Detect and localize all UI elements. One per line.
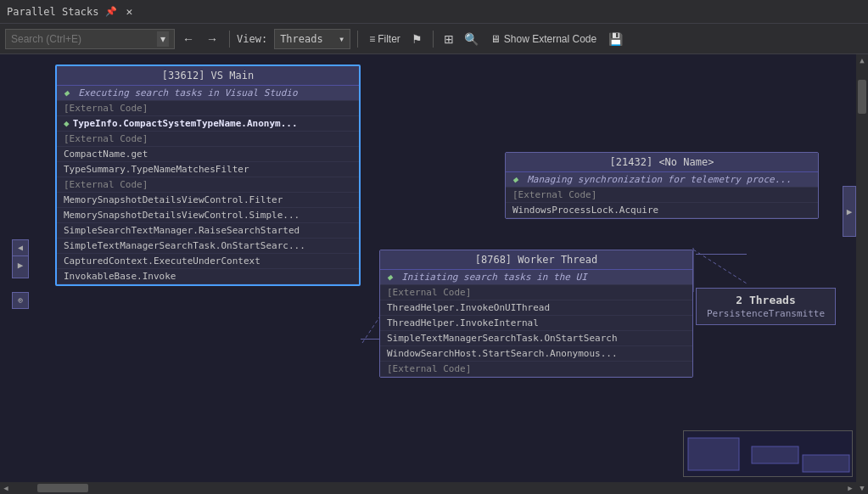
- stack-row: WindowsProcessLock.Acquire: [506, 203, 818, 218]
- stack-row: SimpleTextManagerSearchTask.OnStartSearc…: [380, 331, 692, 346]
- stack-row: TypeSummary.TypeNameMatchesFilter: [57, 162, 359, 177]
- stack-row: SimpleTextManagerSearchTask.OnStartSearc…: [57, 239, 359, 254]
- flag-button[interactable]: ⚑: [408, 30, 426, 48]
- zoom-button[interactable]: 🔍: [461, 30, 482, 48]
- stack-row: [External Code]: [380, 362, 692, 377]
- scroll-left-button[interactable]: ◀: [0, 482, 12, 494]
- scroll-thumb-v[interactable]: [858, 80, 866, 114]
- show-external-button[interactable]: 🖥 Show External Code: [485, 31, 602, 48]
- stack-row: [External Code]: [380, 285, 692, 300]
- connector-line2: [696, 254, 747, 255]
- title-bar: Parallel Stacks 📌 ✕: [0, 0, 868, 24]
- stack-row: MemorySnapshotDetailsViewControl.Filter: [57, 193, 359, 208]
- save-button[interactable]: 💾: [605, 30, 626, 48]
- row-text3: Initiating search tasks in the UI: [401, 272, 587, 283]
- forward-button[interactable]: →: [202, 30, 222, 48]
- stack-row: InvokableBase.Invoke: [57, 269, 359, 284]
- stack-row: CompactName.get: [57, 147, 359, 162]
- stack-row: [External Code]: [57, 177, 359, 193]
- back-button[interactable]: ←: [178, 30, 199, 48]
- mini-map[interactable]: [683, 430, 853, 477]
- stack-row: ◆ Executing search tasks in Visual Studi…: [57, 86, 359, 101]
- stack-row: ThreadHelper.InvokeOnUIThread: [380, 300, 692, 316]
- stack-row: [External Code]: [506, 188, 818, 203]
- stack-row: ◆ Initiating search tasks in the UI: [380, 270, 692, 285]
- search-button[interactable]: ▾: [157, 31, 169, 47]
- title-bar-text: Parallel Stacks: [7, 6, 98, 18]
- filter-icon: ≡: [369, 33, 375, 45]
- view-label: View:: [237, 33, 267, 45]
- canvas-area: ▶ ◀ ⊕ [33612] VS Main ◆ Executing search…: [0, 54, 868, 494]
- pin-icon[interactable]: 📌: [105, 6, 117, 17]
- stack-row: [External Code]: [57, 101, 359, 116]
- monitor-icon: 🖥: [490, 33, 501, 45]
- collapse-left-button2[interactable]: ⊕: [12, 292, 29, 309]
- svg-line-1: [693, 250, 747, 283]
- toolbar: ▾ ← → View: Threads ▾ ≡ Filter ⚑ ⊞ 🔍 🖥 S…: [0, 24, 868, 54]
- search-input[interactable]: [11, 33, 157, 45]
- close-button[interactable]: ✕: [126, 5, 132, 18]
- stack-row: ThreadHelper.InvokeInternal: [380, 316, 692, 331]
- svg-rect-5: [803, 455, 849, 472]
- current-arrow-icon: ◆: [64, 87, 70, 98]
- scroll-right-button[interactable]: ▶: [844, 482, 856, 494]
- separator1: [229, 31, 230, 48]
- card-header-worker: [8768] Worker Thread: [380, 250, 692, 270]
- connector-line1: [361, 339, 379, 340]
- separator3: [433, 31, 434, 48]
- scroll-thumb-h[interactable]: [37, 484, 88, 492]
- dropdown-arrow-icon: ▾: [339, 33, 344, 45]
- collapse-left-button[interactable]: ◀: [12, 239, 29, 256]
- stack-row: ◆TypeInfo.CompactSystemTypeName.Anonym..…: [57, 116, 359, 132]
- expand-right-button[interactable]: ▶: [843, 186, 856, 237]
- threads-count: 2 Threads: [707, 294, 825, 306]
- mini-map-svg: [684, 431, 854, 478]
- row-text: Executing search tasks in Visual Studio: [78, 87, 297, 98]
- threads-badge: 2 Threads PersistenceTransmitte: [696, 288, 836, 325]
- row-text2: Managing synchronization for telemetry p…: [527, 174, 791, 185]
- expand-left-button[interactable]: ▶: [12, 253, 29, 278]
- mini-map-content: [684, 431, 852, 476]
- scroll-up-button[interactable]: ▲: [856, 54, 868, 66]
- separator2: [357, 31, 358, 48]
- stack-row: [External Code]: [57, 132, 359, 147]
- stack-row: CapturedContext.ExecuteUnderContext: [57, 254, 359, 269]
- stack-row: ◆ Managing synchronization for telemetry…: [506, 172, 818, 188]
- filter-button[interactable]: ≡ Filter: [365, 31, 405, 48]
- current-arrow-icon2: ◆: [512, 174, 518, 185]
- stack-row: WindowSearchHost.StartSearch.Anonymous..…: [380, 346, 692, 362]
- stack-row: SimpleSearchTextManager.RaiseSearchStart…: [57, 223, 359, 239]
- arrow-icon: ◆: [64, 118, 70, 129]
- show-external-label: Show External Code: [504, 33, 596, 45]
- filter-label: Filter: [378, 33, 400, 45]
- card-header-vs-main: [33612] VS Main: [57, 66, 359, 86]
- threads-sub: PersistenceTransmitte: [707, 308, 825, 319]
- stack-card-vs-main[interactable]: [33612] VS Main ◆ Executing search tasks…: [55, 65, 361, 286]
- view-value: Threads: [280, 33, 323, 45]
- scrollbar-vertical[interactable]: ▲ ▼: [856, 54, 868, 494]
- svg-rect-4: [752, 446, 798, 463]
- svg-rect-3: [688, 438, 739, 470]
- search-box: ▾: [5, 29, 175, 49]
- stack-row: MemorySnapshotDetailsViewControl.Simple.…: [57, 208, 359, 223]
- layout-button1[interactable]: ⊞: [440, 30, 457, 48]
- stack-card-worker-thread[interactable]: [8768] Worker Thread ◆ Initiating search…: [379, 250, 693, 378]
- view-dropdown[interactable]: Threads ▾: [274, 29, 350, 49]
- scrollbar-horizontal[interactable]: ◀ ▶: [0, 482, 856, 494]
- stack-card-no-name[interactable]: [21432] <No Name> ◆ Managing synchroniza…: [505, 152, 819, 219]
- card-header-no-name: [21432] <No Name>: [506, 153, 818, 172]
- scroll-down-button[interactable]: ▼: [856, 482, 868, 494]
- current-arrow-icon3: ◆: [387, 272, 393, 283]
